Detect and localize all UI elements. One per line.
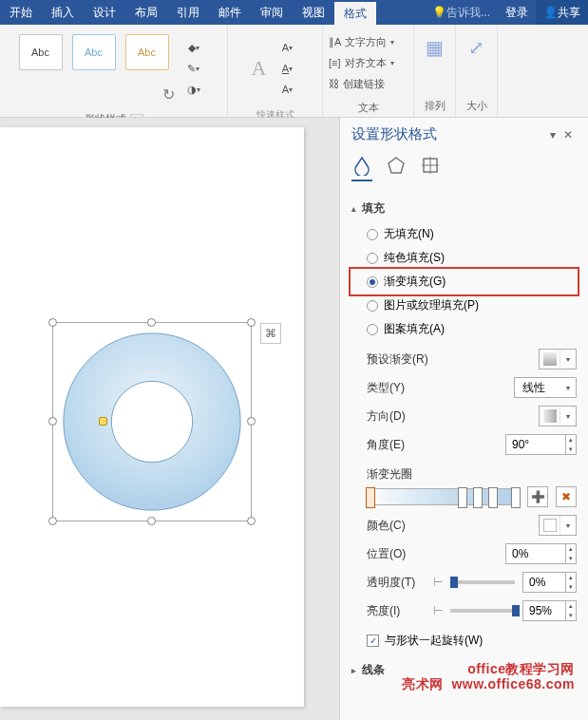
handle-se[interactable] — [247, 517, 256, 525]
quick-styles-icon: A — [248, 56, 271, 81]
gradient-stop-2[interactable] — [458, 487, 467, 508]
direction-label: 方向(D) — [367, 408, 539, 425]
radio-picture-fill[interactable]: 图片或纹理填充(P) — [351, 294, 577, 317]
create-link-button[interactable]: ⛓ 创建链接 — [329, 74, 408, 93]
share-button[interactable]: 👤 共享 — [536, 0, 588, 25]
document-area[interactable]: ↻ ⌘ — [0, 118, 339, 720]
shape-style-3[interactable]: Abc — [125, 34, 169, 70]
tab-insert[interactable]: 插入 — [42, 0, 84, 25]
handle-w[interactable] — [48, 417, 57, 426]
text-group-label: 文本 — [358, 97, 379, 119]
preset-dropdown[interactable]: ▾ — [539, 349, 577, 369]
radio-pattern-fill[interactable]: 图案填充(A) — [351, 317, 577, 341]
shape-fill-dropdown[interactable]: ◆ ▾ — [180, 38, 207, 57]
group-arrange: ▦ 排列 — [414, 25, 456, 117]
brightness-input[interactable] — [523, 601, 565, 620]
handle-ne[interactable] — [247, 318, 256, 327]
tab-design[interactable]: 设计 — [84, 0, 125, 25]
transparency-up[interactable]: ▴ — [566, 573, 576, 582]
preset-label: 预设渐变(R) — [367, 351, 539, 368]
adjust-handle[interactable] — [99, 417, 107, 426]
tab-review[interactable]: 审阅 — [251, 0, 293, 25]
share-label: 共享 — [558, 5, 580, 21]
gradient-stop-3[interactable] — [473, 487, 483, 508]
angle-up[interactable]: ▴ — [566, 435, 576, 445]
transparency-slider[interactable] — [450, 580, 515, 584]
transparency-input[interactable] — [523, 573, 565, 592]
gradient-bar[interactable] — [367, 488, 520, 505]
text-fill-dropdown[interactable]: A ▾ — [274, 38, 300, 57]
type-value: 线性 — [515, 380, 560, 396]
panel-tab-effects[interactable] — [386, 155, 407, 181]
shape-outline-dropdown[interactable]: ✎ ▾ — [180, 59, 207, 78]
login-button[interactable]: 登录 — [498, 0, 536, 25]
handle-e[interactable] — [247, 417, 256, 426]
brightness-down[interactable]: ▾ — [566, 611, 576, 620]
fill-section-header[interactable]: ▴填充 — [351, 200, 577, 217]
transparency-down[interactable]: ▾ — [566, 582, 576, 592]
radio-gradient-fill[interactable]: 渐变填充(G) — [351, 270, 577, 294]
text-outline-dropdown[interactable]: A ▾ — [274, 59, 300, 78]
gradient-stop-1[interactable] — [366, 487, 375, 508]
tab-layout[interactable]: 布局 — [125, 0, 167, 25]
align-text-button[interactable]: [≡] 对齐文本 ▾ — [329, 53, 408, 72]
shape-style-2[interactable]: Abc — [72, 34, 116, 70]
gradient-stop-4[interactable] — [488, 487, 498, 508]
rotate-handle[interactable]: ↻ — [162, 85, 175, 104]
add-stop-button[interactable]: ➕ — [527, 486, 548, 507]
handle-sw[interactable] — [48, 517, 57, 525]
tab-references[interactable]: 引用 — [167, 0, 209, 25]
angle-label: 角度(E) — [367, 437, 505, 453]
selection-box[interactable]: ⌘ — [52, 322, 252, 521]
color-dropdown[interactable]: ▾ — [539, 515, 577, 536]
arrange-icon[interactable]: ▦ — [426, 28, 444, 66]
tell-me-label: 告诉我... — [446, 5, 490, 21]
handle-nw[interactable] — [48, 318, 57, 327]
gradient-fill-label: 渐变填充(G) — [384, 274, 446, 290]
angle-down[interactable]: ▾ — [566, 445, 576, 454]
angle-input[interactable] — [506, 435, 565, 454]
text-effects-dropdown[interactable]: A ▾ — [274, 80, 300, 99]
shape-effects-dropdown[interactable]: ◑ ▾ — [180, 80, 207, 99]
handle-n[interactable] — [147, 318, 156, 327]
text-direction-button[interactable]: ∥A 文字方向 ▾ — [329, 32, 408, 51]
shape-style-1[interactable]: Abc — [19, 34, 63, 70]
size-icon[interactable]: ⤢ — [468, 28, 484, 66]
brightness-up[interactable]: ▴ — [566, 601, 576, 611]
tab-view[interactable]: 视图 — [293, 0, 334, 25]
panel-tab-layout[interactable] — [420, 155, 441, 181]
direction-dropdown[interactable]: ▾ — [539, 406, 577, 426]
transparency-spinner[interactable]: ▴▾ — [522, 572, 577, 593]
color-label: 颜色(C) — [367, 518, 539, 534]
line-section-header[interactable]: ▸线条 — [351, 662, 577, 678]
radio-no-fill[interactable]: 无填充(N) — [351, 222, 577, 246]
tab-format[interactable]: 格式 — [334, 0, 376, 25]
rotate-with-shape-check[interactable]: ✓ 与形状一起旋转(W) — [367, 633, 577, 649]
no-fill-label: 无填充(N) — [384, 226, 434, 242]
radio-solid-fill[interactable]: 纯色填充(S) — [351, 246, 577, 270]
text-direction-label: 文字方向 — [345, 35, 387, 49]
position-up[interactable]: ▴ — [566, 544, 576, 554]
position-spinner[interactable]: ▴▾ — [505, 543, 577, 564]
panel-title: 设置形状格式 — [351, 125, 546, 143]
tab-home[interactable]: 开始 — [0, 0, 42, 25]
panel-menu-icon[interactable]: ▾ — [546, 128, 560, 142]
transparency-label: 透明度(T) — [367, 575, 426, 591]
gradient-stop-5[interactable] — [511, 487, 521, 508]
remove-stop-button[interactable]: ✖ — [556, 486, 577, 507]
position-input[interactable] — [506, 544, 565, 563]
tab-mailings[interactable]: 邮件 — [209, 0, 251, 25]
handle-s[interactable] — [147, 517, 156, 525]
position-down[interactable]: ▾ — [566, 554, 576, 563]
align-text-label: 对齐文本 — [345, 56, 387, 70]
type-dropdown[interactable]: 线性▾ — [514, 377, 577, 398]
pattern-fill-label: 图案填充(A) — [384, 321, 445, 337]
donut-shape[interactable] — [60, 330, 244, 514]
tell-me[interactable]: 💡 告诉我... — [425, 0, 498, 25]
angle-spinner[interactable]: ▴▾ — [505, 434, 577, 455]
panel-close-icon[interactable]: ✕ — [560, 128, 577, 142]
brightness-slider[interactable] — [450, 609, 515, 613]
panel-tab-fill-line[interactable] — [351, 155, 372, 181]
brightness-spinner[interactable]: ▴▾ — [522, 600, 577, 621]
layout-options-icon[interactable]: ⌘ — [260, 323, 281, 344]
